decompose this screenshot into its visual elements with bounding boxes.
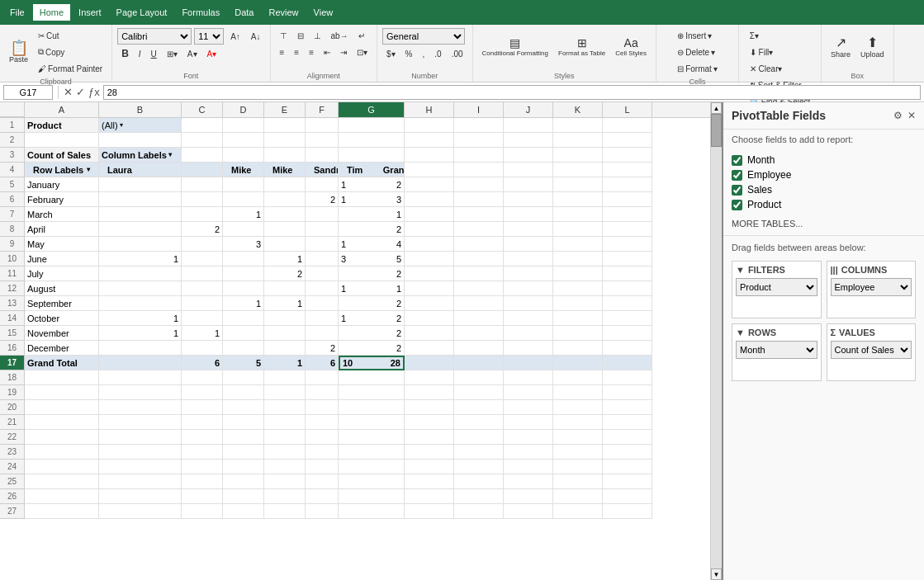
col-header-f[interactable]: F	[306, 102, 339, 117]
cell-f5[interactable]	[306, 177, 339, 192]
align-middle-button[interactable]: ⊟	[293, 28, 308, 43]
conditional-formatting-button[interactable]: ▤ Conditional Formatting	[478, 28, 552, 64]
cell-f2[interactable]	[306, 133, 339, 148]
cell-g1[interactable]	[339, 118, 405, 133]
share-button[interactable]: ↗ Share	[827, 28, 855, 64]
cell-k7[interactable]	[553, 207, 603, 222]
cell-g3[interactable]	[339, 148, 405, 163]
scroll-up-button[interactable]: ▲	[711, 102, 722, 114]
cell-g16[interactable]: 2	[339, 341, 405, 356]
cell-h16[interactable]	[405, 341, 454, 356]
cell-i6[interactable]	[454, 192, 504, 207]
cell-b5[interactable]	[99, 177, 182, 192]
cell-e8[interactable]	[264, 222, 306, 237]
cell-h8[interactable]	[405, 222, 454, 237]
pivot-close-icon[interactable]: ✕	[907, 110, 916, 121]
ribbon-tab-data[interactable]: Data	[228, 4, 260, 21]
ribbon-tab-file[interactable]: File	[3, 4, 31, 21]
cell-k12[interactable]	[553, 281, 603, 296]
cell-e4[interactable]: Mike	[264, 163, 306, 177]
align-center-button[interactable]: ≡	[290, 45, 303, 59]
bold-button[interactable]: B	[117, 46, 133, 61]
cell-a16[interactable]: December	[25, 341, 99, 356]
cell-a1[interactable]: Product	[25, 118, 99, 133]
cell-h6[interactable]	[405, 192, 454, 207]
vertical-scrollbar[interactable]: ▲ ▼	[710, 102, 722, 580]
cell-f6[interactable]: 2	[306, 192, 339, 207]
cell-d2[interactable]	[223, 133, 264, 148]
cell-k5[interactable]	[553, 177, 603, 192]
cell-g14[interactable]: 12	[339, 311, 405, 326]
cell-b10[interactable]: 1	[99, 252, 182, 266]
cell-d5[interactable]	[223, 177, 264, 192]
cell-h10[interactable]	[405, 252, 454, 266]
cell-g5[interactable]: 12	[339, 177, 405, 192]
cell-j10[interactable]	[504, 252, 553, 266]
cell-i3[interactable]	[454, 148, 504, 163]
increase-indent-button[interactable]: ⇥	[336, 45, 351, 59]
cell-f14[interactable]	[306, 311, 339, 326]
cell-l4[interactable]	[603, 163, 652, 177]
cell-i13[interactable]	[454, 296, 504, 311]
cell-a3[interactable]: Count of Sales	[25, 148, 99, 163]
cell-j17[interactable]	[504, 356, 553, 370]
cell-c7[interactable]	[182, 207, 223, 222]
cell-c17[interactable]: 6	[182, 356, 223, 370]
cell-a5[interactable]: January	[25, 177, 99, 192]
cell-l9[interactable]	[603, 237, 652, 252]
cell-l7[interactable]	[603, 207, 652, 222]
cell-e11[interactable]: 2	[264, 266, 306, 281]
cell-g11[interactable]: 2	[339, 266, 405, 281]
cell-h4[interactable]	[405, 163, 454, 177]
cell-i7[interactable]	[454, 207, 504, 222]
cell-j9[interactable]	[504, 237, 553, 252]
fill-color-button[interactable]: A▾	[183, 46, 201, 61]
cell-c1[interactable]	[182, 118, 223, 133]
scroll-down-button[interactable]: ▼	[711, 568, 722, 580]
cell-f10[interactable]	[306, 252, 339, 266]
align-right-button[interactable]: ≡	[305, 45, 318, 59]
cell-i17[interactable]	[454, 356, 504, 370]
cell-b14[interactable]: 1	[99, 311, 182, 326]
cell-e7[interactable]	[264, 207, 306, 222]
pivot-field-month-checkbox[interactable]	[732, 155, 742, 166]
cell-i8[interactable]	[454, 222, 504, 237]
cell-j4[interactable]	[504, 163, 553, 177]
cell-k14[interactable]	[553, 311, 603, 326]
cell-h2[interactable]	[405, 133, 454, 148]
cell-d4[interactable]: Mike	[223, 163, 264, 177]
col-header-g[interactable]: G	[339, 102, 405, 117]
cell-j14[interactable]	[504, 311, 553, 326]
ribbon-tab-insert[interactable]: Insert	[72, 4, 108, 21]
cell-e10[interactable]: 1	[264, 252, 306, 266]
cell-l5[interactable]	[603, 177, 652, 192]
cell-k4[interactable]	[553, 163, 603, 177]
increase-font-button[interactable]: A↑	[226, 29, 244, 44]
cell-k2[interactable]	[553, 133, 603, 148]
cell-a12[interactable]: August	[25, 281, 99, 296]
number-format-select[interactable]: General	[382, 28, 465, 45]
cell-l2[interactable]	[603, 133, 652, 148]
cell-b12[interactable]	[99, 281, 182, 296]
cell-k9[interactable]	[553, 237, 603, 252]
cell-e12[interactable]	[264, 281, 306, 296]
cell-e9[interactable]	[264, 237, 306, 252]
filters-select[interactable]: Product	[736, 278, 817, 296]
cell-l3[interactable]	[603, 148, 652, 163]
cell-c4[interactable]	[182, 163, 223, 177]
cell-c16[interactable]	[182, 341, 223, 356]
cell-b13[interactable]	[99, 296, 182, 311]
cell-h3[interactable]	[405, 148, 454, 163]
insert-button[interactable]: ⊕ Insert▾	[673, 28, 722, 43]
cell-f15[interactable]	[306, 326, 339, 341]
cell-g7[interactable]: 1	[339, 207, 405, 222]
border-button[interactable]: ⊞▾	[163, 46, 182, 61]
cell-k11[interactable]	[553, 266, 603, 281]
cell-g4[interactable]: Tim Grand Total	[339, 163, 405, 177]
decrease-font-button[interactable]: A↓	[247, 29, 265, 44]
align-top-button[interactable]: ⊤	[276, 28, 291, 43]
col-header-h[interactable]: H	[405, 102, 454, 117]
cell-h13[interactable]	[405, 296, 454, 311]
cell-g8[interactable]: 2	[339, 222, 405, 237]
pivot-field-sales-checkbox[interactable]	[732, 185, 742, 196]
